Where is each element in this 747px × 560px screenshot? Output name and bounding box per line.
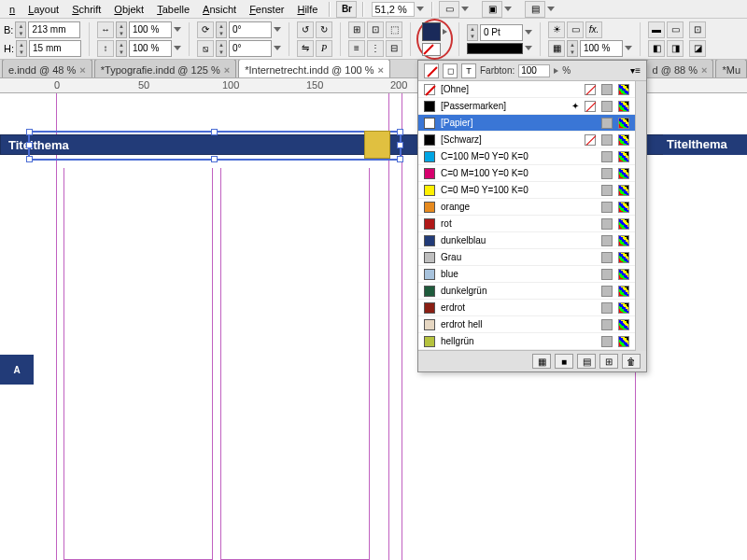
swatch-row[interactable]: Grau <box>418 249 635 266</box>
fx-icon[interactable]: fx. <box>585 21 602 38</box>
misc-icon[interactable]: ◪ <box>689 40 706 57</box>
rotate-input[interactable] <box>229 21 272 38</box>
show-all-swatches-icon[interactable]: ▦ <box>532 354 551 369</box>
stepper[interactable]: ▲▼ <box>116 21 127 38</box>
doc-tab[interactable]: *Typografie.indd @ 125 %× <box>94 60 236 77</box>
stroke-style[interactable] <box>467 43 523 54</box>
stroke-proxy-icon[interactable]: ◻ <box>443 63 458 78</box>
swatch-row[interactable]: C=0 M=100 Y=0 K=0 <box>418 165 635 182</box>
no-fill-icon[interactable] <box>422 43 441 56</box>
resize-handle[interactable] <box>397 142 403 148</box>
guide[interactable] <box>402 93 402 560</box>
screen-mode-icon[interactable]: ▭ <box>439 1 459 18</box>
rotate-ccw-icon[interactable]: ↺ <box>297 21 314 38</box>
stepper[interactable]: ▲▼ <box>15 21 26 38</box>
corner-icon[interactable]: ⊡ <box>689 21 706 38</box>
fill-proxy-icon[interactable] <box>424 63 439 78</box>
resize-handle[interactable] <box>397 156 403 162</box>
swatch-row[interactable]: erdrot hell <box>418 316 635 333</box>
swatch-row[interactable]: C=0 M=0 Y=100 K=0 <box>418 182 635 199</box>
fill-color-swatch[interactable] <box>422 22 441 41</box>
stepper[interactable]: ▲▼ <box>216 40 227 57</box>
arrange-icon-1[interactable]: ≡ <box>348 40 365 57</box>
arrange-icon-3[interactable]: ⊟ <box>386 40 402 57</box>
shear-input[interactable] <box>229 40 272 57</box>
resize-handle[interactable] <box>211 156 218 162</box>
arrange-icon-2[interactable]: ⋮ <box>367 40 384 57</box>
stepper[interactable]: ▲▼ <box>16 40 27 57</box>
rotate-cw-icon[interactable]: ↻ <box>316 21 332 38</box>
arrange-icon[interactable]: ▣ <box>482 1 502 18</box>
menu-tabelle[interactable]: Tabelle <box>151 2 195 17</box>
resize-handle[interactable] <box>26 142 33 148</box>
panel-menu-icon[interactable]: ▾≡ <box>630 65 641 76</box>
show-color-swatches-icon[interactable]: ■ <box>555 354 573 369</box>
swatch-row[interactable]: [Ohne] <box>418 81 635 98</box>
menu-fenster[interactable]: Fenster <box>244 2 289 17</box>
guide[interactable] <box>388 93 389 560</box>
selection-frame[interactable] <box>28 131 402 161</box>
swatch-row[interactable]: rot <box>418 216 635 232</box>
new-swatch-icon[interactable]: ⊞ <box>599 354 618 369</box>
bridge-button[interactable]: Br <box>336 1 357 18</box>
close-icon[interactable]: × <box>79 64 85 76</box>
p-icon[interactable]: P <box>316 40 332 57</box>
doc-tab[interactable]: e.indd @ 48 %× <box>2 60 92 77</box>
wrap-jump-icon[interactable]: ◨ <box>667 40 684 57</box>
stepper[interactable]: ▲▼ <box>567 40 578 57</box>
select-prev-icon[interactable]: ⬚ <box>386 21 402 38</box>
swatch-row[interactable]: [Schwarz] <box>418 132 635 148</box>
delete-swatch-icon[interactable]: 🗑 <box>622 354 641 369</box>
menu-layout[interactable]: Layout <box>22 2 64 17</box>
select-content-icon[interactable]: ⊡ <box>367 21 384 38</box>
close-icon[interactable]: × <box>378 64 384 76</box>
resize-handle[interactable] <box>397 129 403 135</box>
menu-hilfe[interactable]: Hilfe <box>291 2 323 17</box>
height-input[interactable] <box>29 40 81 57</box>
swatch-row[interactable]: blue <box>418 266 635 283</box>
wrap-box-icon[interactable]: ▭ <box>667 21 684 38</box>
resize-handle[interactable] <box>26 129 33 135</box>
menu-truncated[interactable]: n <box>4 2 21 17</box>
menu-ansicht[interactable]: Ansicht <box>197 2 242 17</box>
scale-y-input[interactable] <box>129 40 172 57</box>
scale-x-input[interactable] <box>129 21 172 38</box>
text-icon[interactable]: T <box>461 63 476 78</box>
resize-handle[interactable] <box>211 129 218 135</box>
show-gradient-swatches-icon[interactable]: ▤ <box>577 354 596 369</box>
stepper[interactable]: ▲▼ <box>116 40 127 57</box>
doc-tab[interactable]: d @ 88 %× <box>646 60 714 77</box>
opacity-input[interactable] <box>580 40 623 57</box>
doc-tab-active[interactable]: *Internetrecht.indd @ 100 %× <box>238 60 390 77</box>
flip-h-icon[interactable]: ⇋ <box>297 40 314 57</box>
swatch-row[interactable]: erdrot <box>418 300 635 316</box>
wrap-none-icon[interactable]: ▬ <box>648 21 665 38</box>
swatch-row[interactable]: [Passermarken]✦ <box>418 98 635 115</box>
wrap-shape-icon[interactable]: ◧ <box>648 40 665 57</box>
zoom-combo[interactable]: 51,2 % <box>370 2 426 17</box>
swatch-row[interactable]: orange <box>418 199 635 216</box>
tint-input[interactable] <box>518 64 550 77</box>
select-container-icon[interactable]: ⊞ <box>348 21 365 38</box>
stepper[interactable]: ▲▼ <box>216 21 227 38</box>
swatch-row[interactable]: hellgrün <box>418 333 635 350</box>
workspace-icon[interactable]: ▤ <box>525 1 545 18</box>
menu-objekt[interactable]: Objekt <box>108 2 149 17</box>
swatch-row[interactable]: C=100 M=0 Y=0 K=0 <box>418 148 635 165</box>
stepper[interactable]: ▲▼ <box>467 24 478 41</box>
scrollbar[interactable] <box>635 81 646 351</box>
text-column[interactable] <box>220 168 370 560</box>
resize-handle[interactable] <box>26 156 33 162</box>
close-icon[interactable]: × <box>701 64 707 76</box>
yellow-object[interactable] <box>364 131 390 159</box>
swatch-row[interactable]: dunkelblau <box>418 232 635 249</box>
guide[interactable] <box>56 93 57 560</box>
swatch-row[interactable]: [Papier] <box>418 115 635 132</box>
titel-frame-right[interactable]: Titelthema <box>663 134 747 155</box>
effects-icon[interactable]: ☀ <box>548 21 565 38</box>
stroke-weight-input[interactable] <box>480 24 523 41</box>
menu-schrift[interactable]: Schrift <box>66 2 106 17</box>
doc-tab[interactable]: *Mu <box>715 60 747 77</box>
wrap-icon[interactable]: ▭ <box>567 21 584 38</box>
close-icon[interactable]: × <box>224 64 230 76</box>
